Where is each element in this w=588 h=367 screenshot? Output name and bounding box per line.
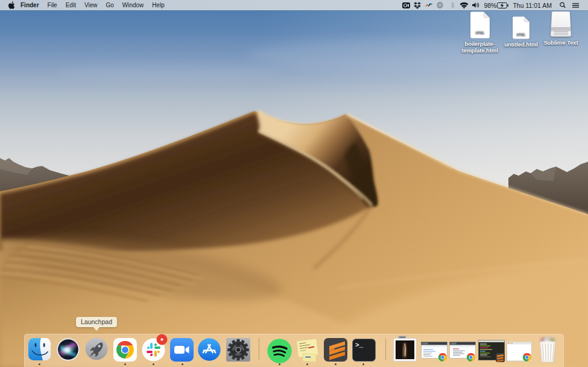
svg-text:>_: >_	[355, 342, 364, 349]
svg-text:HTML: HTML	[475, 31, 484, 34]
svg-text:HTML: HTML	[517, 33, 526, 36]
